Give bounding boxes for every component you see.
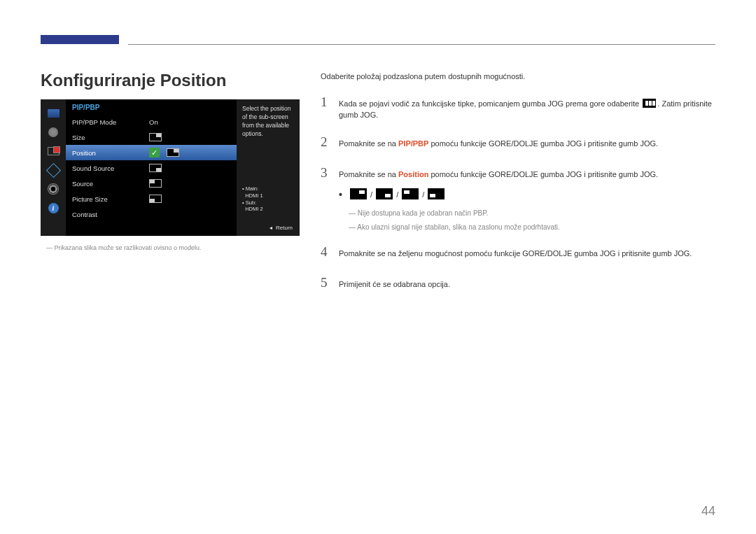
step3-text-b: pomoću funkcije GORE/DOLJE gumba JOG i p… — [428, 170, 658, 178]
step-5: 5 Primijenit će se odabrana opcija. — [321, 273, 715, 293]
image-disclaimer: Prikazana slika može se razlikovati ovis… — [46, 244, 202, 251]
step-number: 4 — [321, 242, 330, 262]
osd-mode-label: PIP/PBP Mode — [72, 118, 149, 126]
step2-text-a: Pomaknite se na — [339, 139, 398, 148]
pip-top-left-icon — [149, 179, 162, 188]
step-4: 4 Pomaknite se na željenu mogućnost pomo… — [321, 242, 715, 262]
osd-mode-value: On — [149, 118, 158, 126]
osd-row-source: Source — [66, 176, 237, 191]
pip-top-right-icon — [149, 133, 162, 141]
pip-bottom-left-icon — [428, 188, 444, 199]
osd-source-label: Source — [72, 180, 149, 188]
osd-row-picturesize: Picture Size — [66, 191, 237, 206]
osd-contrast-label: Contrast — [72, 211, 149, 218]
step-number: 2 — [321, 132, 330, 153]
osd-return-label: Return — [270, 224, 293, 232]
osd-menu-title: PIP/PBP — [66, 99, 237, 114]
osd-main: PIP/PBP PIP/PBP Mode On Size Position ✓ … — [66, 99, 237, 236]
osd-row-position: Position ✓ — [66, 145, 237, 160]
step-2: 2 Pomaknite se na PIP/PBP pomoću funkcij… — [321, 132, 715, 153]
step3-text-a: Pomaknite se na — [339, 170, 398, 178]
osd-source-info: • Main: HDMI 1 • Sub: HDMI 2 — [242, 185, 263, 213]
header-accent-bar — [41, 35, 119, 44]
osd-picturesize-label: Picture Size — [72, 195, 149, 203]
osd-row-size: Size — [66, 129, 237, 145]
osd-sidebar: i — [41, 99, 66, 236]
osd-screenshot: i PIP/PBP PIP/PBP Mode On Size Position … — [41, 99, 300, 236]
pip-top-right-icon — [350, 188, 367, 199]
page-title: Konfiguriranje Position — [41, 71, 226, 90]
step-number: 3 — [321, 163, 330, 183]
step-number: 5 — [321, 273, 330, 293]
pip-bottom-right-icon — [376, 188, 393, 199]
osd-hint-panel: Select the position of the sub-screen fr… — [237, 99, 300, 236]
step-3: 3 Pomaknite se na Position pomoću funkci… — [321, 163, 715, 183]
step4-text: Pomaknite se na željenu mogućnost pomoću… — [339, 248, 715, 260]
position-options: • / / / — [339, 188, 715, 202]
pipbp-icon — [47, 145, 59, 157]
pip-bottom-left-icon — [149, 195, 162, 203]
picture-icon — [47, 107, 59, 120]
step-1: 1 Kada se pojavi vodič za funkcijske tip… — [321, 92, 715, 121]
step2-highlight: PIP/PBP — [398, 139, 428, 148]
info-icon: i — [47, 202, 59, 214]
osd-position-label: Position — [72, 149, 149, 157]
subnotes: Nije dostupna kada je odabran način PBP.… — [349, 208, 715, 232]
onscreen-icon — [47, 164, 59, 176]
osd-size-label: Size — [72, 134, 149, 141]
step5-text: Primijenit će se odabrana opcija. — [339, 279, 715, 290]
osd-row-soundsource: Sound Source — [66, 160, 237, 176]
check-icon: ✓ — [149, 148, 160, 157]
pip-top-left-icon — [402, 188, 419, 199]
step1-text-a: Kada se pojavi vodič za funkcijske tipke… — [339, 99, 639, 108]
step2-text-b: pomoću funkcije GORE/DOLJE gumba JOG i p… — [428, 139, 658, 148]
header-divider — [128, 44, 715, 45]
osd-soundsource-label: Sound Source — [72, 164, 149, 172]
menu-icon — [643, 99, 656, 108]
color-icon — [47, 126, 59, 139]
pip-top-right-icon — [167, 148, 179, 157]
subnote-1: Nije dostupna kada je odabran način PBP. — [349, 208, 715, 218]
content-column: Odaberite položaj podzaslona putem dostu… — [321, 71, 715, 293]
step3-highlight: Position — [398, 170, 428, 178]
osd-row-mode: PIP/PBP Mode On — [66, 114, 237, 129]
subnote-2: Ako ulazni signal nije stabilan, slika n… — [349, 222, 715, 232]
system-icon — [47, 183, 59, 195]
osd-row-contrast: Contrast — [66, 206, 237, 222]
pip-bottom-right-icon — [149, 164, 162, 172]
content-intro: Odaberite položaj podzaslona putem dostu… — [321, 71, 715, 83]
page-number: 44 — [701, 504, 715, 519]
step-number: 1 — [321, 92, 330, 113]
osd-hint-text: Select the position of the sub-screen fr… — [242, 105, 294, 139]
